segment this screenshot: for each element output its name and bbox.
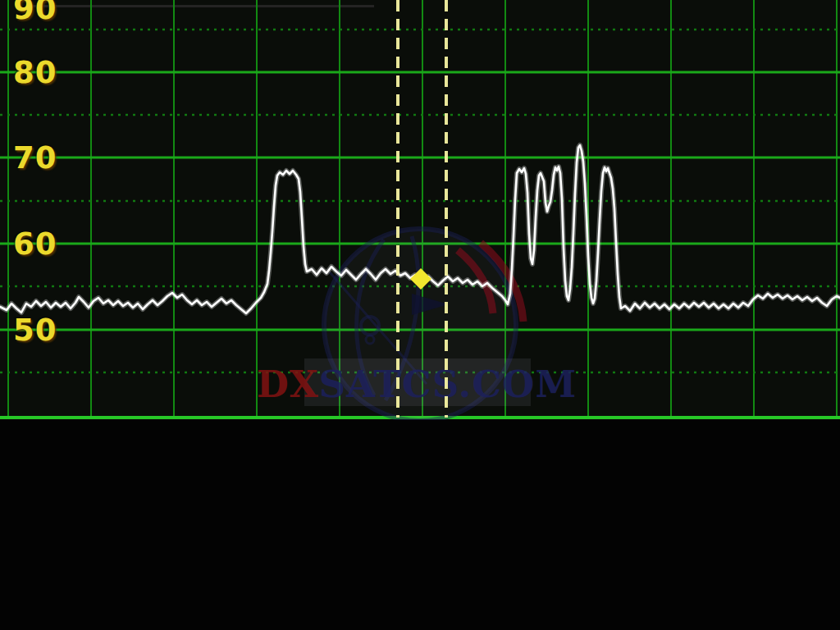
y-axis-label-50: 50 — [13, 315, 57, 345]
y-axis-label-70: 70 — [13, 143, 57, 173]
y-axis-label-60: 60 — [13, 229, 57, 259]
satmeter-screen: DXSATCS.COM 9080706050 ✔ Pwr 65.7 dBµV ✘… — [0, 0, 840, 630]
spectrum-plot-area: DXSATCS.COM 9080706050 — [0, 0, 840, 420]
spectrum-plot: DXSATCS.COM — [0, 0, 840, 420]
video-artifact-bar — [30, 5, 374, 7]
readout-panel: ✔ Pwr 65.7 dBµV ✘ C/N 1.2 dB 1195.00 MHz… — [0, 420, 840, 630]
y-axis-label-80: 80 — [13, 57, 57, 88]
y-axis-label-90: 90 — [13, 0, 57, 24]
watermark-text: DXSATCS.COM — [257, 363, 578, 406]
